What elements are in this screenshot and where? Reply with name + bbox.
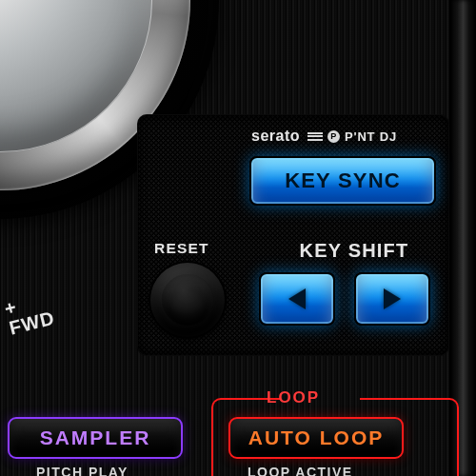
loop-group-label: LOOP [267, 388, 320, 407]
key-shift-up-button[interactable] [354, 272, 430, 326]
bottom-button-row: LOOP SAMPLER AUTO LOOP PITCH PLAY LOOP A… [0, 388, 476, 476]
brand-pitchn: P P'NT DJ [307, 129, 397, 144]
sampler-button-label: SAMPLER [40, 426, 151, 449]
loop-active-sublabel: LOOP ACTIVE [248, 465, 409, 476]
pitch-play-sublabel: PITCH PLAY [36, 465, 169, 476]
reset-button[interactable] [150, 263, 225, 337]
jog-direction-symbol: + [2, 273, 109, 320]
jog-direction-label: + FWD [2, 273, 113, 339]
arrow-right-icon [384, 288, 401, 309]
auto-loop-button[interactable]: AUTO LOOP [228, 417, 404, 459]
arrow-left-icon [288, 288, 306, 309]
brand-serato: serato [251, 128, 300, 145]
key-panel: serato P P'NT DJ KEY SYNC RESET KEY SHIF… [137, 114, 449, 356]
key-shift-down-button[interactable] [259, 272, 335, 326]
brand-bars-icon [307, 132, 323, 141]
auto-loop-button-label: AUTO LOOP [248, 426, 384, 449]
key-shift-label: KEY SHIFT [278, 240, 430, 262]
brand-circle-icon: P [327, 130, 340, 143]
key-sync-label: KEY SYNC [285, 169, 401, 193]
reset-label: RESET [154, 240, 209, 257]
sampler-button[interactable]: SAMPLER [8, 417, 183, 459]
brand-secondary: P'NT DJ [345, 129, 397, 144]
brand-line: serato P P'NT DJ [251, 128, 442, 145]
key-sync-button[interactable]: KEY SYNC [249, 156, 436, 206]
